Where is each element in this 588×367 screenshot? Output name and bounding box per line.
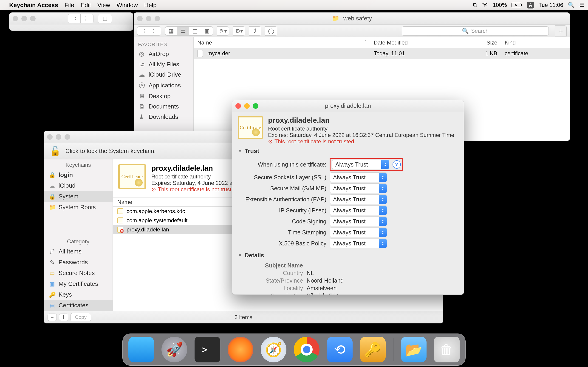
nav-back-button[interactable]: 〈: [137, 26, 149, 35]
sidebar-item-applications[interactable]: ⒶApplications: [134, 80, 193, 91]
view-gallery-button[interactable]: ▣: [201, 26, 213, 35]
sidebar-item-desktop[interactable]: 🖥Desktop: [134, 91, 193, 101]
zoom-icon[interactable]: [65, 134, 70, 140]
dock-chrome[interactable]: [294, 337, 320, 362]
all-icon: 🖉: [49, 248, 55, 255]
close-icon[interactable]: [47, 134, 52, 140]
folder-icon: 📁: [49, 204, 55, 211]
dock-keychain[interactable]: 🔑: [360, 337, 386, 362]
column-header-size[interactable]: Size: [476, 40, 501, 46]
spotlight-icon[interactable]: 🔍: [568, 2, 575, 8]
sidebar-toggle-button[interactable]: ◫: [98, 14, 112, 23]
dock-trash[interactable]: 🗑: [434, 337, 460, 362]
action-button[interactable]: ⚙▾: [233, 26, 245, 35]
dock-firefox[interactable]: [228, 337, 253, 362]
policy-select[interactable]: Always Trust▲▼: [330, 184, 387, 193]
input-source-icon[interactable]: A: [527, 2, 534, 8]
minimize-icon[interactable]: [56, 134, 61, 140]
notification-center-icon[interactable]: ☰: [579, 2, 584, 8]
policy-select[interactable]: Always Trust▲▼: [330, 194, 387, 204]
category-passwords[interactable]: ✎Passwords: [44, 257, 112, 268]
error-icon: ⊘: [151, 186, 156, 193]
sidebar-item-documents[interactable]: 🗎Documents: [134, 101, 193, 112]
zoom-icon[interactable]: [155, 16, 160, 21]
policy-select[interactable]: Always Trust▲▼: [330, 173, 387, 182]
app-name-menu[interactable]: Keychain Access: [9, 2, 58, 9]
file-row[interactable]: myca.der Today, 11:01 1 KB certificate: [194, 48, 570, 59]
menu-edit[interactable]: Edit: [81, 2, 91, 9]
column-header-name[interactable]: Nameˆ: [194, 40, 370, 46]
sidebar-label: AirDrop: [149, 50, 169, 58]
keychain-icloud[interactable]: ☁iCloud: [44, 180, 112, 191]
disclosure-down-icon[interactable]: ▼: [238, 148, 242, 154]
menu-view[interactable]: View: [97, 2, 110, 9]
category-secure-notes[interactable]: ▭Secure Notes: [44, 268, 112, 278]
category-my-certificates[interactable]: ▣My Certificates: [44, 278, 112, 289]
back-button[interactable]: 〈: [68, 14, 81, 23]
cert-row-name: proxy.diladele.lan: [127, 226, 169, 233]
policy-select[interactable]: Always Trust▲▼: [330, 227, 387, 237]
policy-select[interactable]: Always Trust▲▼: [330, 206, 387, 215]
dock-vm[interactable]: ⟲: [327, 337, 353, 362]
dock-safari[interactable]: 🧭: [261, 337, 286, 362]
certificate-badge-icon: Certificate: [118, 164, 146, 189]
menu-file[interactable]: File: [65, 2, 74, 9]
battery-icon[interactable]: [511, 2, 523, 8]
dock-finder[interactable]: [128, 337, 154, 362]
disclosure-down-icon[interactable]: ▼: [238, 253, 242, 258]
policy-select[interactable]: Always Trust▲▼: [330, 217, 387, 226]
airdrop-icon: ◎: [139, 50, 146, 58]
copy-button[interactable]: Copy: [70, 313, 91, 321]
sidebar-item-downloads[interactable]: ⤓Downloads: [134, 112, 193, 122]
file-icon: [197, 50, 203, 57]
dock-terminal[interactable]: >_: [195, 337, 220, 362]
column-header-kind[interactable]: Kind: [501, 40, 570, 46]
info-button[interactable]: i: [59, 314, 68, 321]
forward-button[interactable]: 〉: [81, 14, 94, 23]
zoom-dim-icon[interactable]: [30, 16, 36, 21]
close-icon[interactable]: [137, 16, 143, 21]
minimize-icon[interactable]: [146, 16, 151, 21]
keychain-system[interactable]: 🔒System: [44, 191, 112, 202]
sidebar-item-airdrop[interactable]: ◎AirDrop: [134, 49, 193, 59]
zoom-icon[interactable]: [253, 103, 258, 109]
select-value: Always Trust: [333, 196, 366, 203]
sidebar-item-all-my-files[interactable]: 🗂All My Files: [134, 59, 193, 69]
add-button[interactable]: ＋: [48, 314, 57, 321]
cert-expires: Expires: Saturday, 4 June 2022 at: [151, 180, 234, 186]
keychain-login[interactable]: 🔒login: [44, 169, 112, 180]
view-columns-button[interactable]: ◫: [189, 26, 201, 35]
menu-window[interactable]: Window: [117, 2, 138, 9]
finder-search-input[interactable]: 🔍Search: [402, 26, 549, 35]
minimize-icon[interactable]: [244, 103, 250, 109]
screenshare-icon[interactable]: ⧉: [473, 2, 477, 8]
view-icons-button[interactable]: ▦: [165, 26, 177, 35]
detail-value: Amstelveen: [307, 285, 337, 292]
tags-button[interactable]: ◯: [265, 26, 277, 35]
category-certificates[interactable]: ▤Certificates: [44, 300, 112, 311]
sidebar-item-icloud[interactable]: ☁iCloud Drive: [134, 69, 193, 80]
column-header-date[interactable]: Date Modified: [370, 40, 476, 46]
dock-folder[interactable]: 📂: [401, 337, 426, 362]
nav-forward-button[interactable]: 〉: [149, 26, 161, 35]
lock-icon[interactable]: 🔓: [49, 146, 61, 156]
category-all[interactable]: 🖉All Items: [44, 246, 112, 257]
share-button[interactable]: ⤴: [249, 26, 261, 35]
trust-master-select[interactable]: Always Trust▲▼: [332, 160, 389, 169]
new-tab-button[interactable]: ＋: [555, 25, 567, 36]
dock-launchpad[interactable]: 🚀: [162, 337, 187, 362]
certificate-icon: [117, 208, 123, 214]
min-dim-icon[interactable]: [21, 16, 27, 21]
category-keys[interactable]: 🔑Keys: [44, 289, 112, 300]
view-list-button[interactable]: ☰: [177, 26, 189, 35]
help-button[interactable]: ?: [393, 160, 401, 169]
menubar-clock[interactable]: Tue 11:06: [539, 2, 563, 8]
close-dim-icon[interactable]: [13, 16, 18, 21]
close-icon[interactable]: [235, 103, 241, 109]
arrange-button[interactable]: ⚞▾: [217, 26, 229, 35]
wifi-icon[interactable]: [482, 3, 488, 7]
keychain-system-roots[interactable]: 📁System Roots: [44, 202, 112, 213]
category-label: Certificates: [59, 302, 88, 309]
policy-select[interactable]: Always Trust▲▼: [330, 239, 387, 248]
menu-help[interactable]: Help: [144, 2, 156, 9]
